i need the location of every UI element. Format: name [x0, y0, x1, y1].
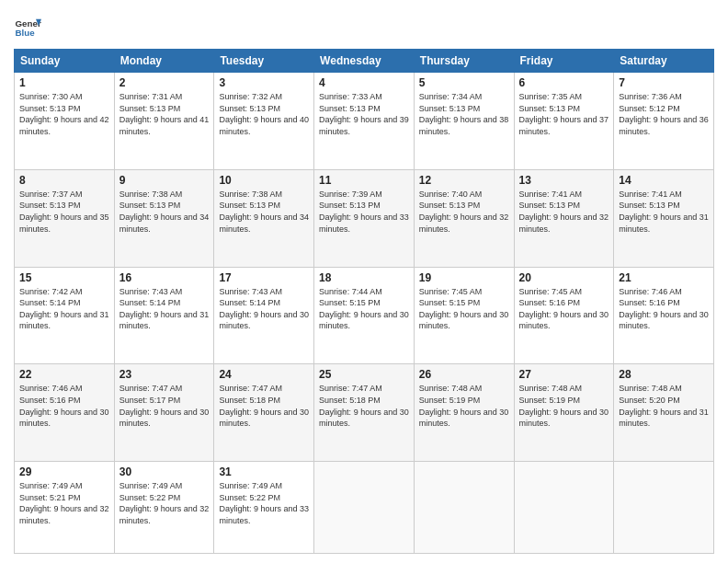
- day-info: Sunrise: 7:45 AMSunset: 5:16 PMDaylight:…: [519, 286, 609, 332]
- day-number: 28: [619, 368, 709, 381]
- calendar-cell: 15 Sunrise: 7:42 AMSunset: 5:14 PMDaylig…: [15, 267, 115, 364]
- calendar-cell: 23 Sunrise: 7:47 AMSunset: 5:17 PMDaylig…: [114, 364, 214, 462]
- day-number: 5: [419, 76, 509, 89]
- day-number: 26: [419, 368, 509, 381]
- day-info: Sunrise: 7:43 AMSunset: 5:14 PMDaylight:…: [219, 286, 309, 332]
- day-info: Sunrise: 7:49 AMSunset: 5:22 PMDaylight:…: [219, 480, 309, 526]
- day-info: Sunrise: 7:36 AMSunset: 5:12 PMDaylight:…: [619, 91, 709, 137]
- weekday-header-monday: Monday: [114, 50, 214, 73]
- day-info: Sunrise: 7:48 AMSunset: 5:19 PMDaylight:…: [419, 383, 509, 429]
- calendar-cell: 14 Sunrise: 7:41 AMSunset: 5:13 PMDaylig…: [614, 169, 714, 267]
- day-info: Sunrise: 7:48 AMSunset: 5:19 PMDaylight:…: [519, 383, 609, 429]
- day-info: Sunrise: 7:45 AMSunset: 5:15 PMDaylight:…: [419, 286, 509, 332]
- weekday-header-wednesday: Wednesday: [314, 50, 415, 73]
- calendar-week-row: 29 Sunrise: 7:49 AMSunset: 5:21 PMDaylig…: [15, 462, 714, 554]
- calendar-cell: [314, 462, 415, 554]
- logo: General Blue: [14, 14, 41, 41]
- day-number: 14: [619, 174, 709, 187]
- weekday-header-saturday: Saturday: [614, 50, 714, 73]
- day-number: 23: [119, 368, 210, 381]
- day-number: 16: [119, 271, 210, 284]
- day-number: 30: [119, 465, 210, 478]
- calendar-cell: 25 Sunrise: 7:47 AMSunset: 5:18 PMDaylig…: [314, 364, 415, 462]
- calendar-cell: 8 Sunrise: 7:37 AMSunset: 5:13 PMDayligh…: [15, 169, 115, 267]
- day-number: 3: [219, 76, 309, 89]
- day-info: Sunrise: 7:47 AMSunset: 5:18 PMDaylight:…: [219, 383, 309, 429]
- day-number: 12: [419, 174, 509, 187]
- calendar-body: 1 Sunrise: 7:30 AMSunset: 5:13 PMDayligh…: [15, 73, 714, 554]
- day-number: 24: [219, 368, 309, 381]
- calendar-cell: 6 Sunrise: 7:35 AMSunset: 5:13 PMDayligh…: [514, 73, 614, 170]
- calendar-cell: 10 Sunrise: 7:38 AMSunset: 5:13 PMDaylig…: [214, 169, 314, 267]
- day-info: Sunrise: 7:39 AMSunset: 5:13 PMDaylight:…: [319, 189, 409, 235]
- day-number: 19: [419, 271, 509, 284]
- day-info: Sunrise: 7:38 AMSunset: 5:13 PMDaylight:…: [119, 189, 210, 235]
- calendar-cell: 3 Sunrise: 7:32 AMSunset: 5:13 PMDayligh…: [214, 73, 314, 170]
- page-container: General Blue SundayMondayTuesdayWednesda…: [0, 0, 728, 563]
- day-number: 10: [219, 174, 309, 187]
- day-number: 22: [19, 368, 109, 381]
- calendar-week-row: 15 Sunrise: 7:42 AMSunset: 5:14 PMDaylig…: [15, 267, 714, 364]
- page-header: General Blue: [14, 14, 714, 41]
- day-info: Sunrise: 7:41 AMSunset: 5:13 PMDaylight:…: [619, 189, 709, 235]
- day-info: Sunrise: 7:49 AMSunset: 5:22 PMDaylight:…: [119, 480, 210, 526]
- weekday-header-thursday: Thursday: [414, 50, 514, 73]
- day-info: Sunrise: 7:47 AMSunset: 5:18 PMDaylight:…: [319, 383, 409, 429]
- day-number: 27: [519, 368, 609, 381]
- weekday-header-tuesday: Tuesday: [214, 50, 314, 73]
- day-info: Sunrise: 7:37 AMSunset: 5:13 PMDaylight:…: [19, 189, 109, 235]
- day-number: 18: [319, 271, 409, 284]
- day-info: Sunrise: 7:38 AMSunset: 5:13 PMDaylight:…: [219, 189, 309, 235]
- calendar-cell: 5 Sunrise: 7:34 AMSunset: 5:13 PMDayligh…: [414, 73, 514, 170]
- calendar-cell: 16 Sunrise: 7:43 AMSunset: 5:14 PMDaylig…: [114, 267, 214, 364]
- calendar-cell: 29 Sunrise: 7:49 AMSunset: 5:21 PMDaylig…: [15, 462, 115, 554]
- calendar-cell: 22 Sunrise: 7:46 AMSunset: 5:16 PMDaylig…: [15, 364, 115, 462]
- calendar-cell: 26 Sunrise: 7:48 AMSunset: 5:19 PMDaylig…: [414, 364, 514, 462]
- day-info: Sunrise: 7:34 AMSunset: 5:13 PMDaylight:…: [419, 91, 509, 137]
- day-info: Sunrise: 7:33 AMSunset: 5:13 PMDaylight:…: [319, 91, 409, 137]
- day-number: 29: [19, 465, 109, 478]
- calendar-cell: 28 Sunrise: 7:48 AMSunset: 5:20 PMDaylig…: [614, 364, 714, 462]
- day-number: 9: [119, 174, 210, 187]
- day-info: Sunrise: 7:44 AMSunset: 5:15 PMDaylight:…: [319, 286, 409, 332]
- svg-text:Blue: Blue: [16, 28, 36, 38]
- day-number: 25: [319, 368, 409, 381]
- calendar-cell: 9 Sunrise: 7:38 AMSunset: 5:13 PMDayligh…: [114, 169, 214, 267]
- calendar-cell: 2 Sunrise: 7:31 AMSunset: 5:13 PMDayligh…: [114, 73, 214, 170]
- day-info: Sunrise: 7:49 AMSunset: 5:21 PMDaylight:…: [19, 480, 109, 526]
- day-number: 11: [319, 174, 409, 187]
- calendar-cell: [614, 462, 714, 554]
- weekday-header-sunday: Sunday: [15, 50, 115, 73]
- day-number: 17: [219, 271, 309, 284]
- calendar-cell: 21 Sunrise: 7:46 AMSunset: 5:16 PMDaylig…: [614, 267, 714, 364]
- day-number: 4: [319, 76, 409, 89]
- calendar-cell: 11 Sunrise: 7:39 AMSunset: 5:13 PMDaylig…: [314, 169, 415, 267]
- logo-icon: General Blue: [14, 14, 41, 41]
- calendar-cell: 7 Sunrise: 7:36 AMSunset: 5:12 PMDayligh…: [614, 73, 714, 170]
- weekday-header-row: SundayMondayTuesdayWednesdayThursdayFrid…: [15, 50, 714, 73]
- calendar-cell: 1 Sunrise: 7:30 AMSunset: 5:13 PMDayligh…: [15, 73, 115, 170]
- calendar-week-row: 8 Sunrise: 7:37 AMSunset: 5:13 PMDayligh…: [15, 169, 714, 267]
- day-info: Sunrise: 7:31 AMSunset: 5:13 PMDaylight:…: [119, 91, 210, 137]
- day-info: Sunrise: 7:41 AMSunset: 5:13 PMDaylight:…: [519, 189, 609, 235]
- calendar-cell: 24 Sunrise: 7:47 AMSunset: 5:18 PMDaylig…: [214, 364, 314, 462]
- day-number: 7: [619, 76, 709, 89]
- day-number: 8: [19, 174, 109, 187]
- calendar-cell: 30 Sunrise: 7:49 AMSunset: 5:22 PMDaylig…: [114, 462, 214, 554]
- day-number: 6: [519, 76, 609, 89]
- day-info: Sunrise: 7:46 AMSunset: 5:16 PMDaylight:…: [19, 383, 109, 429]
- day-info: Sunrise: 7:46 AMSunset: 5:16 PMDaylight:…: [619, 286, 709, 332]
- day-info: Sunrise: 7:47 AMSunset: 5:17 PMDaylight:…: [119, 383, 210, 429]
- calendar-cell: 4 Sunrise: 7:33 AMSunset: 5:13 PMDayligh…: [314, 73, 415, 170]
- calendar-cell: 17 Sunrise: 7:43 AMSunset: 5:14 PMDaylig…: [214, 267, 314, 364]
- calendar-cell: [414, 462, 514, 554]
- day-number: 15: [19, 271, 109, 284]
- calendar-cell: 27 Sunrise: 7:48 AMSunset: 5:19 PMDaylig…: [514, 364, 614, 462]
- day-info: Sunrise: 7:48 AMSunset: 5:20 PMDaylight:…: [619, 383, 709, 429]
- day-info: Sunrise: 7:32 AMSunset: 5:13 PMDaylight:…: [219, 91, 309, 137]
- calendar-table: SundayMondayTuesdayWednesdayThursdayFrid…: [14, 49, 714, 554]
- calendar-cell: 31 Sunrise: 7:49 AMSunset: 5:22 PMDaylig…: [214, 462, 314, 554]
- calendar-cell: [514, 462, 614, 554]
- day-info: Sunrise: 7:35 AMSunset: 5:13 PMDaylight:…: [519, 91, 609, 137]
- day-info: Sunrise: 7:30 AMSunset: 5:13 PMDaylight:…: [19, 91, 109, 137]
